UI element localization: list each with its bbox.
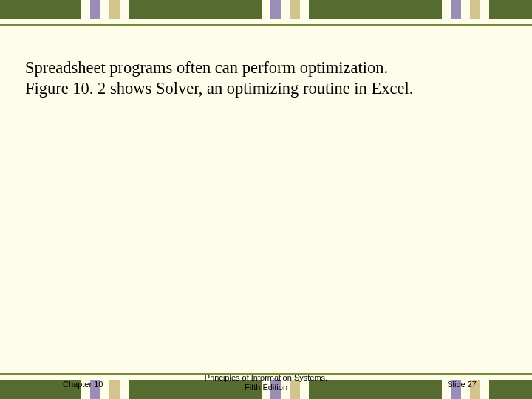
deco-seg: [309, 0, 442, 19]
deco-gap: [442, 0, 451, 19]
slide-line-1: Spreadsheet programs often can perform o…: [25, 58, 507, 78]
decorative-bar-top: [0, 0, 532, 19]
deco-gap: [262, 0, 270, 19]
deco-seg: [129, 0, 262, 19]
deco-seg: [451, 0, 461, 19]
deco-seg: [90, 0, 100, 19]
deco-seg: [0, 0, 81, 19]
deco-seg: [489, 0, 532, 19]
deco-seg: [290, 0, 300, 19]
deco-gap: [81, 0, 90, 19]
deco-gap: [461, 0, 470, 19]
slide-line-2: Figure 10. 2 shows Solver, an optimizing…: [25, 78, 507, 99]
footer-slide-number: Slide 27: [447, 380, 477, 389]
deco-seg: [470, 0, 480, 19]
deco-gap: [300, 0, 309, 19]
deco-gap: [480, 0, 489, 19]
slide-content: Spreadsheet programs often can perform o…: [25, 58, 507, 99]
deco-gap: [120, 0, 129, 19]
deco-seg: [270, 0, 281, 19]
decorative-rule-top: [0, 24, 532, 26]
footer-book-line2: Fifth Edition: [245, 383, 287, 392]
slide-footer: Chapter 10 Principles of Information Sys…: [0, 371, 532, 393]
deco-gap: [100, 0, 109, 19]
deco-seg: [109, 0, 120, 19]
footer-book-line1: Principles of Information Systems,: [205, 373, 327, 382]
deco-gap: [281, 0, 290, 19]
